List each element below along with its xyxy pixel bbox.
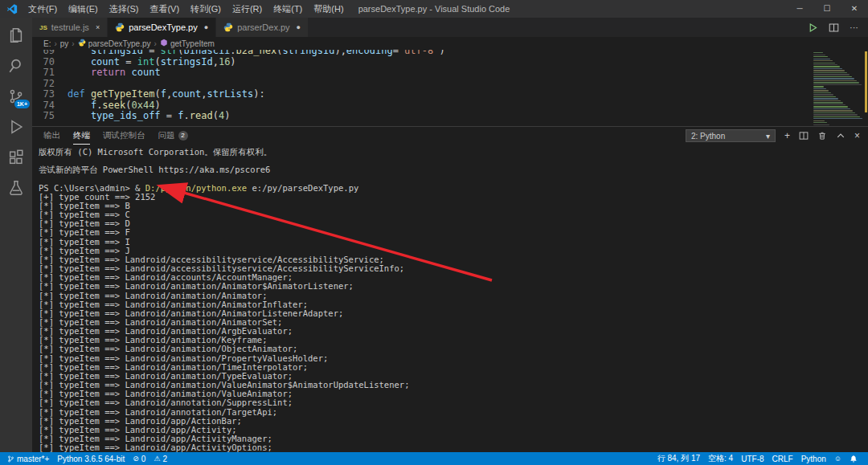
terminal-line: [*] typeItem ==> I [39,238,868,247]
menu-item[interactable]: 选择(S) [104,0,145,18]
split-editor-icon[interactable] [829,22,839,33]
terminal-line: [*] typeItem ==> Landroid/app/ActivityOp… [39,443,868,452]
maximize-panel-icon[interactable] [836,131,845,141]
menu-item[interactable]: 编辑(E) [63,0,104,18]
problems-errors[interactable]: ⊘0 [129,452,149,465]
tab-parserDex.py[interactable]: parserDex.py● [216,18,309,37]
activity-run-debug[interactable] [0,112,32,142]
code-editor[interactable]: 69 stringsId = str(binascii.b2a_hex(stri… [32,50,810,126]
menu-bar: 文件(F)编辑(E)选择(S)查看(V)转到(G)运行(R)终端(T)帮助(H) [23,0,350,18]
line-number: 73 [32,89,68,100]
eol-sequence[interactable]: CRLF [768,452,797,465]
tab-label: parserDex.py [237,22,289,32]
terminal-picker[interactable]: 2: Python ▾ [686,129,776,142]
code-lines: 69 stringsId = str(binascii.b2a_hex(stri… [32,50,810,122]
scm-badge: 1K+ [14,100,30,108]
activity-search[interactable] [0,51,32,81]
kill-terminal-icon[interactable] [817,131,827,141]
more-actions-icon[interactable]: ··· [850,22,858,32]
panel-tab-调试控制台[interactable]: 调试控制台 [103,127,145,145]
activity-explorer[interactable] [0,20,32,51]
python-icon [115,22,125,32]
panel-tab-输出[interactable]: 输出 [43,127,60,145]
close-button[interactable]: ✕ [841,0,868,18]
minimap[interactable] [810,50,868,126]
language-mode[interactable]: Python [797,452,830,465]
panel-tab-终端[interactable]: 终端 [73,127,90,145]
encoding[interactable]: UTF-8 [737,452,768,465]
status-label: 空格: 4 [708,453,733,464]
menu-item[interactable]: 文件(F) [23,0,63,18]
panel-tab-label: 输出 [43,130,60,141]
minimap-line [813,112,855,113]
overview-ruler [865,51,867,112]
window-controls: ─ ☐ ✕ [786,0,868,18]
modified-dot-icon[interactable]: ● [297,23,301,31]
minimap-line [813,56,828,57]
breadcrumb-separator-icon: › [54,39,56,48]
close-panel-icon[interactable]: × [854,130,860,141]
git-branch-status[interactable]: master*+ [3,452,53,465]
breadcrumb-item[interactable]: getTypeItem [160,39,215,48]
vscode-window: 文件(F)编辑(E)选择(S)查看(V)转到(G)运行(R)终端(T)帮助(H)… [0,0,868,465]
status-label: Python [801,455,826,463]
activity-extensions[interactable] [0,142,32,173]
menu-item[interactable]: 查看(V) [144,0,185,18]
new-terminal-icon[interactable]: + [784,130,790,141]
cursor-position[interactable]: 行 84, 列 17 [653,452,704,465]
run-python-file-icon[interactable] [808,22,818,33]
activity-test[interactable] [0,173,32,203]
minimap-line [813,96,836,97]
split-terminal-icon[interactable] [799,131,809,141]
indentation[interactable]: 空格: 4 [704,452,737,465]
tab-parseDexType.py[interactable]: parseDexType.py● [108,18,216,37]
status-bar: master*+Python 3.6.5 64-bit⊘0⚠2 行 84, 列 … [0,452,868,465]
notifications[interactable] [845,452,862,465]
code-line: 75 type_ids_off = f.read(4) [32,111,810,122]
minimap-line [813,120,825,121]
code-line: 74 f.seek(0x44) [32,100,810,112]
python-file-icon [78,39,86,48]
status-label: 2 [162,455,167,463]
terminal-picker-value: 2: Python [691,132,725,141]
terminal-line: 版权所有 (C) Microsoft Corporation。保留所有权利。 [39,148,868,157]
python-interpreter[interactable]: Python 3.6.5 64-bit [53,452,129,465]
minimap-line [813,116,860,117]
modified-dot-icon[interactable]: ● [204,23,208,31]
titlebar: 文件(F)编辑(E)选择(S)查看(V)转到(G)运行(R)终端(T)帮助(H)… [0,0,868,18]
breadcrumb-label: E: [43,39,51,48]
panel-tab-问题[interactable]: 问题2 [158,127,188,145]
problems-warnings[interactable]: ⚠2 [149,452,171,465]
dropdown-chevron-icon: ▾ [766,132,770,141]
minimap-line [813,60,833,61]
tab-testrule.js[interactable]: JStestrule.js× [32,18,108,37]
terminal-line: [*] typeItem ==> B [39,202,868,210]
minimap-line [813,108,850,109]
menu-item[interactable]: 运行(R) [227,0,268,18]
maximize-button[interactable]: ☐ [813,0,841,18]
minimap-line [813,114,858,115]
minimap-line [813,64,837,65]
breadcrumb-item[interactable]: E: [43,39,51,48]
status-label: 0 [141,455,146,463]
menu-item[interactable]: 帮助(H) [308,0,349,18]
menu-item[interactable]: 转到(G) [185,0,227,18]
breadcrumb-item[interactable]: py [60,39,69,48]
line-number: 70 [32,57,68,68]
menu-item[interactable]: 终端(T) [268,0,308,18]
feedback[interactable]: ☺ [830,452,845,465]
code-line: 71 return count [32,67,810,79]
line-number: 71 [32,67,68,79]
line-number: 75 [32,111,68,122]
minimap-line [813,124,829,125]
breadcrumb-item[interactable]: parseDexType.py [78,39,151,48]
activity-source-control[interactable]: 1K+ [0,81,32,112]
breadcrumb-label: py [60,39,69,48]
minimap-line [813,106,848,107]
close-icon[interactable]: × [96,23,100,31]
panel-actions: +× [784,130,860,141]
minimize-button[interactable]: ─ [786,0,813,18]
minimap-line [813,110,853,111]
breadcrumb-label: getTypeItem [170,39,215,48]
terminal-output[interactable]: 版权所有 (C) Microsoft Corporation。保留所有权利。 尝… [32,145,868,452]
